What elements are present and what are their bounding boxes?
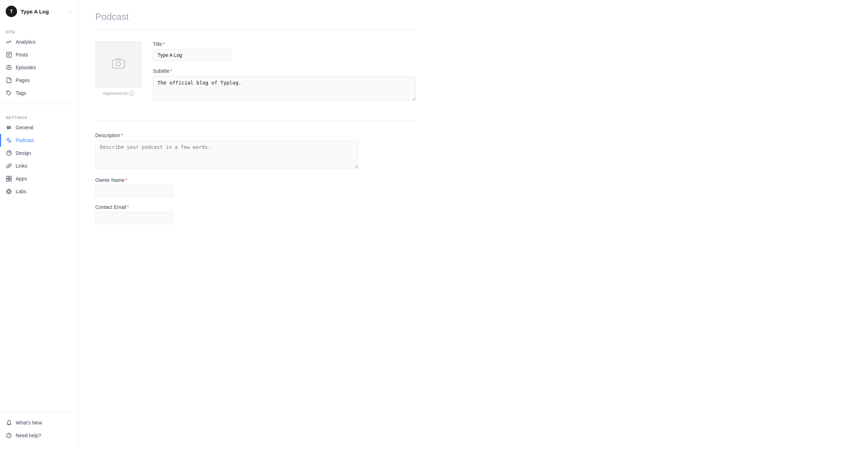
svg-point-5 (8, 67, 10, 68)
sidebar-bottom: What's New ? Need help? (0, 403, 78, 442)
sidebar-item-need-help[interactable]: ? Need help? (0, 429, 78, 442)
owner-name-label: Owner Name * (95, 177, 417, 183)
main-content: Podcast requirements i (78, 0, 868, 449)
labs-icon (6, 188, 12, 195)
image-upload-button[interactable] (95, 41, 141, 87)
apps-label: Apps (16, 176, 27, 182)
description-label: Description * (95, 132, 417, 138)
svg-rect-17 (9, 176, 11, 178)
contact-email-required-star: * (127, 204, 129, 210)
description-required-star: * (121, 132, 123, 138)
top-section: requirements i Title * Subtitle * (95, 41, 417, 109)
svg-point-11 (7, 126, 9, 127)
design-icon (6, 150, 12, 156)
site-section-label: SITE (0, 26, 78, 36)
apps-icon (6, 175, 12, 182)
pages-label: Pages (16, 77, 30, 83)
info-icon: i (129, 91, 134, 96)
chevron-down-icon: ⌄ (69, 9, 72, 14)
logo-icon: T (6, 6, 17, 17)
title-field-group: Title * (153, 41, 417, 61)
app-logo: T Type A Log (6, 6, 49, 17)
links-label: Links (16, 163, 27, 169)
tags-icon (6, 90, 12, 96)
podcast-label: Podcast (16, 137, 34, 143)
sidebar-item-links[interactable]: Links (0, 159, 78, 172)
svg-point-30 (116, 62, 120, 66)
owner-name-required-star: * (125, 177, 127, 183)
description-field-group: Description * (95, 132, 417, 170)
sidebar-item-tags[interactable]: Tags (0, 87, 78, 99)
subtitle-field-group: Subtitle * (153, 68, 417, 102)
owner-name-field-group: Owner Name * (95, 177, 417, 197)
episodes-icon (6, 64, 12, 71)
svg-point-14 (8, 139, 10, 141)
divider-1 (0, 104, 78, 104)
svg-rect-16 (6, 176, 9, 178)
bell-icon (6, 420, 12, 426)
divider-2 (0, 412, 78, 412)
sidebar-item-pages[interactable]: Pages (0, 74, 78, 87)
svg-text:?: ? (8, 434, 10, 438)
page-title: Podcast (95, 11, 417, 22)
owner-name-input[interactable] (95, 185, 173, 197)
labs-label: Labs (16, 189, 26, 194)
design-label: Design (16, 150, 31, 156)
podcast-icon (6, 137, 12, 144)
svg-point-12 (9, 127, 10, 128)
app-header[interactable]: T Type A Log ⌄ (0, 0, 78, 23)
analytics-icon (6, 39, 12, 45)
svg-point-13 (7, 128, 9, 129)
subtitle-label: Subtitle * (153, 68, 417, 74)
analytics-label: Analytics (16, 39, 36, 45)
general-label: General (16, 125, 33, 130)
general-icon (6, 124, 12, 131)
pages-icon (6, 77, 12, 83)
description-input[interactable] (95, 140, 358, 169)
posts-label: Posts (16, 52, 28, 58)
requirements-label: requirements (103, 91, 128, 96)
page-wrapper: Podcast requirements i (78, 0, 434, 243)
subtitle-required-star: * (170, 68, 172, 74)
sidebar-item-apps[interactable]: Apps (0, 172, 78, 185)
svg-point-7 (7, 92, 8, 92)
app-name: Type A Log (21, 9, 49, 15)
svg-rect-29 (112, 60, 124, 68)
sidebar-item-analytics[interactable]: Analytics (0, 36, 78, 48)
page-title-divider (95, 29, 417, 30)
camera-icon (112, 58, 125, 71)
links-icon (6, 163, 12, 169)
sidebar: T Type A Log ⌄ SITE Analytics Posts (0, 0, 78, 449)
sidebar-item-design[interactable]: Design (0, 147, 78, 159)
need-help-label: Need help? (16, 433, 41, 438)
contact-email-input[interactable] (95, 212, 173, 224)
title-input[interactable] (153, 49, 231, 61)
image-upload-area: requirements i (95, 41, 141, 96)
posts-icon (6, 52, 12, 58)
whats-new-label: What's New (16, 420, 42, 426)
contact-email-label: Contact Email * (95, 204, 417, 210)
sidebar-item-labs[interactable]: Labs (0, 185, 78, 198)
title-label: Title * (153, 41, 417, 47)
svg-rect-19 (9, 179, 11, 181)
requirements-button[interactable]: requirements i (103, 91, 134, 96)
help-icon: ? (6, 432, 12, 439)
svg-point-21 (8, 190, 10, 193)
sidebar-item-whats-new[interactable]: What's New (0, 416, 78, 429)
title-required-star: * (163, 41, 165, 47)
sidebar-item-episodes[interactable]: Episodes (0, 61, 78, 74)
subtitle-input[interactable] (153, 76, 416, 101)
settings-section-label: SETTINGS (0, 111, 78, 121)
sidebar-item-general[interactable]: General (0, 121, 78, 134)
tags-label: Tags (16, 90, 26, 96)
sidebar-item-podcast[interactable]: Podcast (0, 134, 78, 147)
episodes-label: Episodes (16, 65, 36, 70)
section-divider-1 (95, 121, 417, 121)
sidebar-item-posts[interactable]: Posts (0, 48, 78, 61)
title-subtitle-fields: Title * Subtitle * (153, 41, 417, 109)
svg-rect-18 (6, 179, 9, 181)
contact-email-field-group: Contact Email * (95, 204, 417, 224)
